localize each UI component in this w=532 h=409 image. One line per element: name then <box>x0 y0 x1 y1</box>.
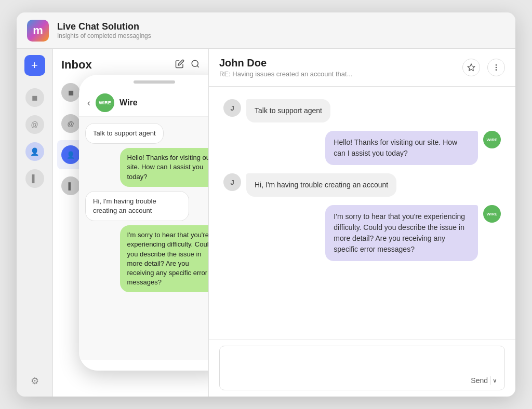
more-options-button[interactable] <box>487 59 505 76</box>
chat-contact-name: John Doe <box>219 57 353 69</box>
agent-avatar-2: WIRE <box>483 205 501 223</box>
phone-message-4: I'm sorry to hear that you're experienci… <box>120 225 209 292</box>
user-avatar-2: J <box>223 173 241 191</box>
svg-point-2 <box>496 65 496 65</box>
app-header: m Live Chat Solution Insights of complet… <box>17 12 515 49</box>
chat-input[interactable] <box>227 351 497 372</box>
nav-icon-bookmark[interactable]: ◼ <box>25 88 44 107</box>
chat-bubble-2: Hello! Thanks for visiting our site. How… <box>325 131 478 165</box>
phone-app-header: ‹ WIRE Wire <box>79 89 209 117</box>
chat-message-row-4: WIRE I'm sorry to hear that you're exper… <box>223 205 501 261</box>
nav-icon-at[interactable]: @ <box>25 115 44 134</box>
search-button[interactable] <box>191 59 200 71</box>
svg-point-4 <box>496 70 496 70</box>
user-avatar-1: J <box>223 99 241 117</box>
star-button[interactable] <box>462 59 480 76</box>
inbox-header: Inbox <box>53 49 208 78</box>
inbox-title: Inbox <box>61 58 92 72</box>
phone-bottom <box>79 360 209 371</box>
phone-back-button[interactable]: ‹ <box>87 98 90 108</box>
phone-notch <box>79 75 209 89</box>
phone-message-1: Talk to support agent <box>85 123 164 144</box>
svg-point-3 <box>496 67 496 67</box>
chat-header-info: John Doe RE: Having issues created an ac… <box>219 57 353 78</box>
app-logo: m <box>27 20 49 42</box>
phone-contact-name: Wire <box>119 98 138 107</box>
chat-bubble-3: Hi, I'm having trouble creating an accou… <box>246 173 396 197</box>
inbox-actions <box>175 59 200 71</box>
nav-sidebar: + ◼ @ 👤 ▌ ⚙ <box>17 49 53 397</box>
phone-message-2: Hello! Thanks for visiting our site. How… <box>120 148 209 187</box>
nav-icon-users[interactable]: 👤 <box>25 142 44 161</box>
chat-message-row-2: WIRE Hello! Thanks for visiting our site… <box>223 131 501 165</box>
chat-bubble-1: Talk to support agent <box>246 99 330 122</box>
chat-message-row-3: J Hi, I'm having trouble creating an acc… <box>223 173 501 197</box>
chat-bubble-4: I'm sorry to hear that you're experienci… <box>325 205 478 261</box>
app-container: m Live Chat Solution Insights of complet… <box>17 12 515 397</box>
phone-message-3: Hi, I'm having trouble creating an accou… <box>85 191 189 221</box>
send-button[interactable]: Send <box>471 376 488 385</box>
phone-mockup: ‹ WIRE Wire Talk to support agent Hello!… <box>79 75 209 371</box>
inbox-panel: Inbox <box>53 49 209 397</box>
chat-subject: RE: Having issues created an account tha… <box>219 70 353 78</box>
svg-marker-1 <box>468 64 474 71</box>
settings-button[interactable]: ⚙ <box>25 372 44 390</box>
chat-input-area: Send ∨ <box>209 339 515 397</box>
phone-notch-bar <box>134 80 175 84</box>
phone-contact-logo: WIRE <box>96 93 114 112</box>
header-titles: Live Chat Solution Insights of completed… <box>57 21 151 39</box>
nav-icon-chart[interactable]: ▌ <box>25 169 44 188</box>
app-subtitle: Insights of completed messagings <box>57 32 151 39</box>
new-conversation-button[interactable]: + <box>24 55 45 76</box>
app-title: Live Chat Solution <box>57 21 151 32</box>
chat-panel: John Doe RE: Having issues created an ac… <box>209 49 515 397</box>
chat-message-row-1: J Talk to support agent <box>223 99 501 122</box>
phone-messages: Talk to support agent Hello! Thanks for … <box>79 117 209 360</box>
chat-input-footer: Send ∨ <box>227 376 497 385</box>
app-body: + ◼ @ 👤 ▌ ⚙ Inbox <box>17 49 515 397</box>
chat-header-actions <box>462 59 505 76</box>
compose-button[interactable] <box>175 59 184 71</box>
avatar: ▌ <box>61 176 80 195</box>
avatar: ◼ <box>61 83 80 102</box>
send-divider <box>490 376 490 385</box>
avatar: @ <box>61 114 80 133</box>
chat-header: John Doe RE: Having issues created an ac… <box>209 49 515 87</box>
avatar: 👤 <box>61 145 80 164</box>
agent-avatar-1: WIRE <box>483 131 501 148</box>
chat-messages: J Talk to support agent WIRE Hello! Than… <box>209 87 515 339</box>
svg-point-0 <box>192 60 198 66</box>
send-chevron-button[interactable]: ∨ <box>493 377 497 384</box>
chat-input-box: Send ∨ <box>219 346 505 390</box>
